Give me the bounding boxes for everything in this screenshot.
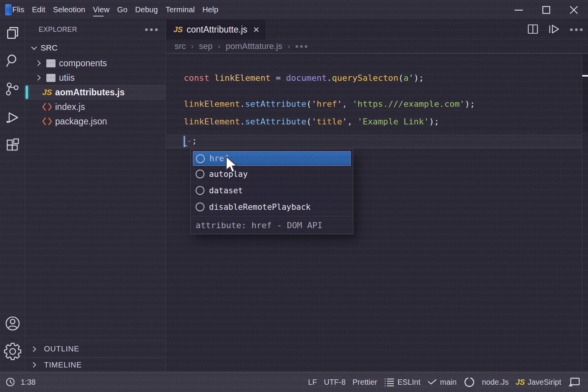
chevron-down-icon xyxy=(30,44,38,52)
suggest-detail: attribute: href - DOM API xyxy=(196,220,322,230)
code-editor[interactable]: const linkElement = document.querySalect… xyxy=(166,54,588,372)
menu-view[interactable]: View xyxy=(93,5,109,14)
current-line-highlight xyxy=(166,135,582,148)
attribute-circle-icon xyxy=(196,186,204,195)
status-encoding[interactable]: UTF-8 xyxy=(324,378,346,387)
breadcrumb-sep[interactable]: sep xyxy=(199,41,212,51)
tree-label: package.json xyxy=(55,116,107,127)
tab-bar: JS contAttributte.js ✕ xyxy=(166,20,588,39)
close-button[interactable] xyxy=(569,5,579,15)
maximize-button[interactable] xyxy=(541,5,551,15)
mouse-cursor xyxy=(225,156,240,176)
suggest-item-href[interactable]: href xyxy=(193,151,351,166)
autocomplete-dropdown: href autoplay dataset disableRemotePlayb… xyxy=(190,149,353,234)
code-line-4: linkElement.setAttribute('title', 'Examp… xyxy=(184,117,439,126)
menu-debug[interactable]: Debug xyxy=(135,5,158,14)
clock-icon xyxy=(5,377,15,387)
suggest-item-autoplay[interactable]: autoplay xyxy=(191,166,353,182)
timeline-section[interactable]: TIMELINE xyxy=(26,358,165,372)
search-icon[interactable] xyxy=(0,48,25,73)
explorer-title: EXPLORER xyxy=(39,26,77,34)
scrollbar-marker xyxy=(582,75,588,77)
menu-go[interactable]: Go xyxy=(117,5,127,14)
status-runtime[interactable]: node.Js xyxy=(482,378,509,387)
suggest-label: disableRemotePlayback xyxy=(209,203,311,212)
run-debug-icon[interactable] xyxy=(0,105,25,130)
source-control-icon[interactable] xyxy=(0,77,25,102)
tab-title: contAttributte.js xyxy=(186,24,250,35)
menu-selection[interactable]: Seleotion xyxy=(53,5,85,14)
code-file-icon xyxy=(42,102,52,112)
status-language[interactable]: JS JaveSiript xyxy=(516,378,561,387)
more-actions-icon[interactable] xyxy=(570,28,583,31)
split-editor-icon[interactable] xyxy=(527,24,539,36)
suggest-status: attribute: href - DOM API xyxy=(191,216,353,234)
chevron-right-icon xyxy=(35,74,43,82)
breadcrumb-src[interactable]: src xyxy=(175,41,186,51)
vscode-window: Flis Edit Seleotion View Go Debug Termin… xyxy=(0,0,588,392)
sidebar-explorer: EXPLORER SRC components xyxy=(26,20,166,372)
chevron-right-icon xyxy=(30,345,39,353)
breadcrumb-separator-icon: › xyxy=(218,42,220,51)
breadcrumb-file[interactable]: pomAtttature.js xyxy=(225,41,282,51)
menu-terminal[interactable]: Terminal xyxy=(165,5,194,14)
check-icon xyxy=(427,378,437,386)
tree-item-indexjs[interactable]: index.js xyxy=(26,100,165,114)
account-icon[interactable] xyxy=(0,311,25,336)
section-label: TIMELINE xyxy=(44,361,82,369)
status-eol[interactable]: LF xyxy=(308,378,317,387)
attribute-circle-icon xyxy=(196,154,205,163)
explorer-more-icon[interactable] xyxy=(145,28,158,31)
feedback-icon[interactable] xyxy=(464,376,475,388)
minimize-button[interactable] xyxy=(514,5,524,15)
notifications-icon[interactable] xyxy=(568,377,580,387)
status-bar: 1:38 LF UTF-8 Prettier ESLInt main xyxy=(0,372,588,392)
code-line-3: linkElement.setAttribute('href', 'https.… xyxy=(184,99,475,109)
suggest-item-disableremoteplayback[interactable]: disableRemotePlayback xyxy=(191,199,353,215)
tree-item-domattributes[interactable]: JS aomAttributes.js xyxy=(26,85,165,100)
window-controls xyxy=(514,0,588,20)
extensions-icon[interactable] xyxy=(0,133,25,158)
tab-contattributte[interactable]: JS contAttributte.js ✕ xyxy=(166,20,266,39)
section-label: OUTLINE xyxy=(44,345,79,353)
folder-icon xyxy=(46,73,56,83)
menu-file[interactable]: Flis xyxy=(12,5,24,14)
code-file-icon xyxy=(42,116,52,126)
explorer-header: EXPLORER xyxy=(26,20,165,40)
menu-help[interactable]: Help xyxy=(203,5,219,14)
breadcrumb-more-icon[interactable] xyxy=(296,45,307,48)
outline-section[interactable]: OUTLINE xyxy=(26,340,165,358)
tree-label: utiis xyxy=(59,73,75,83)
tree-item-packagejson[interactable]: package.json xyxy=(26,114,165,129)
run-file-icon[interactable] xyxy=(548,24,561,36)
tree-item-src[interactable]: SRC xyxy=(26,40,165,56)
title-bar: Flis Edit Seleotion View Go Debug Termin… xyxy=(0,0,588,20)
activity-bar xyxy=(0,20,25,372)
suggest-item-dataset[interactable]: dataset xyxy=(191,182,353,199)
scrollbar-track[interactable] xyxy=(582,54,588,132)
tab-close-icon[interactable]: ✕ xyxy=(250,25,260,34)
chevron-right-icon xyxy=(35,59,43,67)
status-linter[interactable]: ESLInt xyxy=(384,377,420,387)
tree-item-components[interactable]: components xyxy=(26,56,165,70)
file-tree: SRC components utiis JS aomAttributes.js xyxy=(26,40,165,129)
editor-area: JS contAttributte.js ✕ src › sep › pomAt… xyxy=(166,20,588,372)
status-branch[interactable]: main xyxy=(427,378,456,387)
javascript-file-icon: JS xyxy=(42,87,52,97)
active-indicator xyxy=(26,86,28,99)
tree-item-utils[interactable]: utiis xyxy=(26,70,165,85)
tree-label: components xyxy=(59,58,107,69)
settings-gear-icon[interactable] xyxy=(0,339,25,364)
app-logo-icon[interactable] xyxy=(5,4,11,15)
folder-icon xyxy=(46,58,56,68)
javascript-icon: JS xyxy=(516,378,525,387)
suggest-label: dataset xyxy=(209,186,243,195)
sidebar-sections: OUTLINE TIMELINE xyxy=(26,340,165,372)
code-line-1: const linkElement = document.querySalect… xyxy=(184,73,424,83)
status-formatter[interactable]: Prettier xyxy=(353,378,377,387)
explorer-icon[interactable] xyxy=(0,21,25,46)
status-time[interactable]: 1:38 xyxy=(21,378,36,387)
editor-actions xyxy=(527,20,583,39)
menu-edit[interactable]: Edit xyxy=(32,5,46,14)
breadcrumb-separator-icon: › xyxy=(191,42,193,51)
